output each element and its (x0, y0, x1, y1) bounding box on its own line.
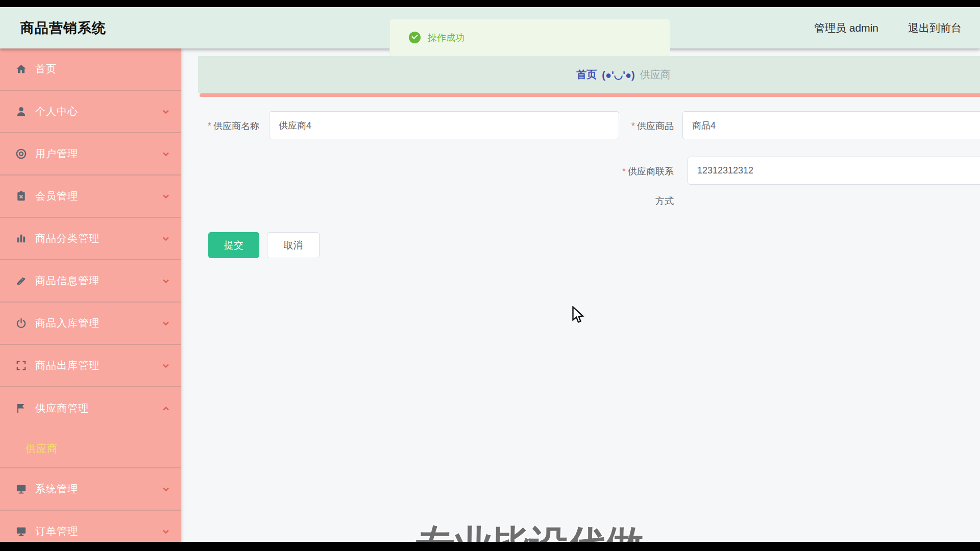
sidebar-item-label: 商品入库管理 (35, 316, 100, 330)
at-circle-icon (15, 148, 27, 160)
flag-icon (15, 403, 27, 414)
submit-button[interactable]: 提交 (208, 232, 259, 258)
success-check-icon (409, 32, 421, 43)
monitor-icon (15, 525, 27, 537)
breadcrumb-current-page: 供应商 (640, 68, 671, 82)
sidebar-item-label: 商品信息管理 (35, 274, 100, 288)
chevron-down-icon (162, 235, 170, 243)
letterbox-top (0, 0, 980, 7)
success-toast: 操作成功 (389, 19, 670, 56)
sidebar-item-personal-center[interactable]: 个人中心 (0, 91, 181, 133)
fullscreen-icon (15, 360, 27, 371)
chevron-down-icon (162, 150, 170, 158)
mouse-cursor (571, 306, 586, 324)
app-window: 商品营销系统 管理员 admin 退出到前台 操作成功 首页 个人中心 用户管理… (0, 0, 980, 551)
breadcrumb: 首页 (●'◡'●) 供应商 (198, 56, 980, 93)
supplier-product-input[interactable] (682, 111, 980, 139)
clipboard-icon (15, 190, 27, 202)
sidebar-item-home[interactable]: 首页 (0, 48, 181, 91)
sidebar-item-outbound-management[interactable]: 商品出库管理 (0, 345, 181, 387)
sidebar-item-label: 首页 (35, 62, 57, 76)
sidebar-item-label: 商品出库管理 (35, 359, 100, 372)
power-icon (15, 317, 27, 329)
supplier-name-input[interactable] (269, 111, 619, 139)
breadcrumb-separator-emoticon: (●'◡'●) (602, 69, 634, 81)
required-asterisk: * (622, 166, 626, 177)
sidebar-item-inbound-management[interactable]: 商品入库管理 (0, 303, 181, 345)
sidebar-item-member-management[interactable]: 会员管理 (0, 176, 181, 218)
app-title: 商品营销系统 (20, 19, 106, 37)
home-icon (15, 63, 27, 75)
sidebar-subitem-label: 供应商 (26, 442, 58, 456)
chevron-down-icon (162, 485, 170, 493)
user-icon (15, 106, 27, 117)
sidebar-item-label: 供应商管理 (35, 402, 89, 415)
logged-in-user: 管理员 admin (814, 21, 878, 35)
sidebar-item-label: 会员管理 (35, 189, 78, 203)
sidebar-nav: 首页 个人中心 用户管理 会员管理 商品分类管理 商品信息管理 (0, 48, 181, 551)
chevron-up-icon (162, 405, 170, 413)
sidebar-subitem-supplier[interactable]: 供应商 (0, 430, 181, 468)
chevron-down-icon (162, 108, 170, 116)
breadcrumb-accent-line (200, 93, 980, 97)
sidebar-item-user-management[interactable]: 用户管理 (0, 133, 181, 176)
sidebar-item-label: 用户管理 (35, 147, 78, 161)
supplier-contact-label: *供应商联系方式 (618, 157, 674, 216)
bar-chart-icon (15, 233, 27, 244)
cancel-button[interactable]: 取消 (267, 232, 320, 258)
letterbox-bottom (0, 542, 980, 551)
sidebar-item-label: 商品分类管理 (35, 232, 100, 245)
chevron-down-icon (162, 319, 170, 328)
supplier-contact-input[interactable] (688, 157, 980, 185)
chevron-down-icon (162, 277, 170, 285)
sidebar-item-label: 系统管理 (35, 482, 78, 496)
chevron-down-icon (162, 528, 170, 536)
sidebar-item-system-management[interactable]: 系统管理 (0, 468, 181, 511)
supplier-product-label: *供应商品 (618, 111, 674, 141)
sidebar-item-label: 订单管理 (35, 524, 78, 538)
chevron-down-icon (162, 362, 170, 370)
sidebar-item-product-info-management[interactable]: 商品信息管理 (0, 260, 181, 303)
chevron-down-icon (162, 192, 170, 201)
sidebar-item-category-management[interactable]: 商品分类管理 (0, 218, 181, 260)
sidebar-item-supplier-management[interactable]: 供应商管理 (0, 387, 181, 430)
required-asterisk: * (208, 121, 211, 131)
edit-off-icon (15, 275, 27, 287)
supplier-name-label: *供应商名称 (203, 111, 259, 141)
monitor-icon (15, 483, 27, 495)
required-asterisk: * (631, 121, 635, 131)
toast-message: 操作成功 (428, 32, 464, 44)
sidebar-item-label: 个人中心 (35, 105, 78, 118)
logout-link[interactable]: 退出到前台 (908, 21, 962, 35)
breadcrumb-home-link[interactable]: 首页 (576, 68, 597, 82)
header-right: 管理员 admin 退出到前台 (814, 21, 980, 35)
